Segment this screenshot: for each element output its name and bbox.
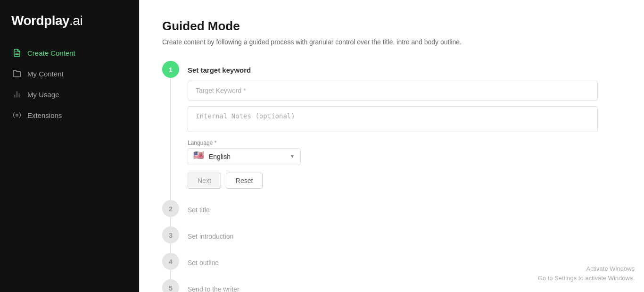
step-3-left: 3 xyxy=(162,226,179,253)
my-usage-icon xyxy=(12,90,22,99)
step-1-left: 1 xyxy=(162,61,179,200)
step-3-number: 3 xyxy=(162,226,179,243)
next-button[interactable]: Next xyxy=(188,173,221,189)
step-4-number: 4 xyxy=(162,253,179,270)
extensions-icon xyxy=(12,110,22,120)
step-2-right: Set title xyxy=(188,200,541,226)
language-dropdown-wrapper: 🇺🇸 English Spanish French German Italian… xyxy=(188,148,301,165)
step-3-line xyxy=(170,243,171,253)
step-2-left: 2 xyxy=(162,200,179,226)
sidebar-item-my-usage[interactable]: My Usage xyxy=(6,85,133,104)
step-1-form: Language * 🇺🇸 English Spanish French Ger… xyxy=(188,81,598,189)
step-5-label: Send to the writer xyxy=(188,282,541,292)
sidebar-item-my-content[interactable]: My Content xyxy=(6,64,133,83)
step-5-number: 5 xyxy=(162,279,179,292)
step-4-wrapper: 4 Set outline xyxy=(162,253,541,279)
language-label: Language * xyxy=(188,140,598,146)
target-keyword-input[interactable] xyxy=(188,81,598,100)
step-1-right: Set target keyword Language * 🇺🇸 English xyxy=(188,61,598,200)
step-3-label: Set introduction xyxy=(188,229,541,240)
step-2-wrapper: 2 Set title xyxy=(162,200,541,226)
reset-button[interactable]: Reset xyxy=(226,173,263,189)
sidebar-item-create-content[interactable]: Create Content xyxy=(6,43,133,62)
step-4-label: Set outline xyxy=(188,255,541,267)
step-1-label: Set target keyword xyxy=(188,63,598,74)
step-2-label: Set title xyxy=(188,202,541,214)
step-1-line xyxy=(170,78,171,200)
sidebar-item-extensions[interactable]: Extensions xyxy=(6,106,133,125)
button-row: Next Reset xyxy=(188,173,598,189)
sidebar: Wordplay.ai Create Content My Content My… xyxy=(0,0,139,292)
step-4-line xyxy=(170,270,171,279)
step-5-left: 5 xyxy=(162,279,179,292)
step-2-number: 2 xyxy=(162,200,179,217)
page-title: Guided Mode xyxy=(162,19,541,33)
page-subtitle: Create content by following a guided pro… xyxy=(162,38,541,46)
language-field: Language * 🇺🇸 English Spanish French Ger… xyxy=(188,140,598,165)
internal-notes-input[interactable] xyxy=(188,106,598,132)
logo: Wordplay.ai xyxy=(11,13,128,28)
step-5-right: Send to the writer xyxy=(188,279,541,292)
sidebar-item-label-extensions: Extensions xyxy=(27,111,62,119)
logo-area: Wordplay.ai xyxy=(0,0,139,43)
sidebar-item-label-content: My Content xyxy=(27,70,64,78)
create-content-icon xyxy=(12,48,22,58)
main-content: Guided Mode Create content by following … xyxy=(139,0,644,292)
svg-point-5 xyxy=(16,114,18,117)
sidebar-item-label-usage: My Usage xyxy=(27,91,59,99)
step-3-right: Set introduction xyxy=(188,226,541,253)
language-select[interactable]: English Spanish French German Italian xyxy=(188,148,301,165)
logo-main: Wordplay xyxy=(11,13,69,28)
step-3-wrapper: 3 Set introduction xyxy=(162,226,541,253)
step-2-line xyxy=(170,217,171,226)
step-1-number: 1 xyxy=(162,61,179,78)
my-content-icon xyxy=(12,69,22,78)
logo-suffix: .ai xyxy=(69,13,83,28)
step-4-right: Set outline xyxy=(188,253,541,279)
sidebar-item-label-create: Create Content xyxy=(27,49,75,57)
step-1-wrapper: 1 Set target keyword Language * xyxy=(162,61,541,200)
step-4-left: 4 xyxy=(162,253,179,279)
sidebar-nav: Create Content My Content My Usage Exten… xyxy=(0,43,139,125)
step-5-wrapper: 5 Send to the writer xyxy=(162,279,541,292)
steps-container: 1 Set target keyword Language * xyxy=(162,61,541,292)
